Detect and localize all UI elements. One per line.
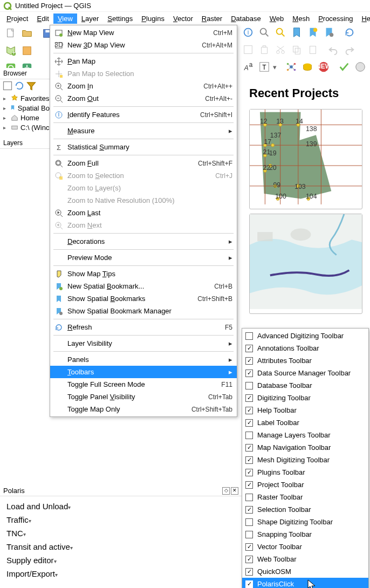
cut-icon[interactable] bbox=[273, 42, 288, 57]
toolbar-toggle[interactable]: Advanced Digitizing Toolbar bbox=[242, 330, 368, 342]
add-icon[interactable] bbox=[2, 80, 13, 91]
menu-item[interactable]: Show Spatial BookmarksCtrl+Shift+B bbox=[50, 292, 237, 305]
add-vector-icon[interactable]: + bbox=[3, 43, 18, 58]
polaris-link[interactable]: Import/Export▾ bbox=[6, 567, 235, 580]
toolbar-toggle[interactable]: ✓Attributes Toolbar bbox=[242, 354, 368, 367]
polaris-title: Polaris bbox=[3, 487, 25, 495]
menu-item[interactable]: Zoom FullCtrl+Shift+F bbox=[50, 157, 237, 169]
menu-edit[interactable]: Edit bbox=[32, 13, 53, 24]
menu-item[interactable]: Zoom Last bbox=[50, 207, 237, 219]
toolbar-toggle[interactable]: ✓Mesh Digitizing Toolbar bbox=[242, 454, 368, 466]
toolbar-toggle[interactable]: ✓PolarisClick bbox=[242, 578, 368, 588]
menu-view[interactable]: View bbox=[53, 13, 77, 24]
menu-item[interactable]: ΣStatistical Summary bbox=[50, 141, 237, 153]
add-raster-icon[interactable] bbox=[19, 43, 35, 58]
recent-project-thumb-1[interactable]: 121314138 13713917 21192220 99103100104 bbox=[249, 109, 362, 209]
panel-undock-icon[interactable]: ◇ bbox=[222, 487, 230, 495]
menu-item[interactable]: Preview Mode▸ bbox=[50, 251, 237, 264]
browser-item[interactable]: ▸C:\ (Winc bbox=[0, 122, 50, 132]
polaris-link[interactable]: Load and Unload▾ bbox=[6, 500, 235, 513]
paste-icon[interactable] bbox=[305, 42, 320, 57]
bookmark-star-icon[interactable] bbox=[305, 25, 320, 40]
menu-raster[interactable]: Raster bbox=[197, 13, 227, 24]
svg-rect-77 bbox=[257, 232, 272, 241]
browser-tree[interactable]: ▸Favorites▸Spatial Bo▸Home▸C:\ (Winc bbox=[0, 92, 50, 133]
menu-item[interactable]: RefreshF5 bbox=[50, 321, 237, 333]
bookmark-gear-icon[interactable] bbox=[321, 25, 337, 40]
open-project-icon[interactable] bbox=[19, 26, 35, 41]
menu-plugins[interactable]: Plugins bbox=[137, 13, 169, 24]
toolbar-toggle[interactable]: ✓Help Toolbar bbox=[242, 404, 368, 416]
menu-item[interactable]: Show Map Tips bbox=[50, 268, 237, 280]
toolbar-toggle[interactable]: Raster Toolbar bbox=[242, 491, 368, 503]
menu-item[interactable]: 3DNew 3D Map ViewCtrl+Alt+M bbox=[50, 39, 237, 51]
polaris-link[interactable]: Supply editor▾ bbox=[6, 553, 235, 567]
browser-item[interactable]: ▸Home bbox=[0, 113, 50, 122]
menu-item[interactable]: New Map ViewCtrl+M bbox=[50, 26, 237, 39]
filter-browser-icon[interactable] bbox=[26, 80, 37, 91]
menu-help[interactable]: Help bbox=[357, 13, 370, 24]
menu-item[interactable]: iIdentify FeaturesCtrl+Shift+I bbox=[50, 108, 237, 121]
menu-item[interactable]: Panels▸ bbox=[50, 353, 237, 366]
recent-project-thumb-2[interactable] bbox=[249, 214, 362, 314]
polaris-link[interactable]: TNC▾ bbox=[6, 527, 235, 540]
bookmarks-icon bbox=[53, 293, 64, 304]
polaris-link[interactable]: Transit and active▾ bbox=[6, 540, 235, 553]
delete-icon[interactable] bbox=[257, 42, 272, 57]
panel-close-icon[interactable]: ✕ bbox=[231, 487, 238, 495]
zoom-icon[interactable] bbox=[257, 25, 272, 40]
toolbar-toggle[interactable]: Database Toolbar bbox=[242, 379, 368, 392]
toolbar-toggle[interactable]: Manage Layers Toolbar bbox=[242, 429, 368, 441]
menu-item[interactable]: New Spatial Bookmark...Ctrl+B bbox=[50, 280, 237, 292]
toolbar-toggle[interactable]: ✓QuickOSM bbox=[242, 565, 368, 578]
zoom-sel-icon[interactable] bbox=[273, 25, 288, 40]
toolbar-toggle[interactable]: ✓Label Toolbar bbox=[242, 416, 368, 429]
menu-item[interactable]: Zoom InCtrl+Alt++ bbox=[50, 80, 237, 92]
menu-item[interactable]: Toggle Map OnlyCtrl+Shift+Tab bbox=[50, 403, 237, 415]
toolbar-toggle[interactable]: ✓Project Toolbar bbox=[242, 478, 368, 491]
menu-database[interactable]: Database bbox=[227, 13, 265, 24]
toolbar-toggle[interactable]: ✓Vector Toolbar bbox=[242, 541, 368, 553]
refresh-icon[interactable] bbox=[342, 25, 357, 40]
svg-text:14: 14 bbox=[296, 118, 303, 125]
menu-item[interactable]: Decorations▸ bbox=[50, 235, 237, 248]
menu-mesh[interactable]: Mesh bbox=[288, 13, 314, 24]
polaris-link[interactable]: Traffic▾ bbox=[6, 513, 235, 527]
menu-item[interactable]: Toolbars▸ bbox=[50, 366, 237, 378]
menu-item[interactable]: Show Spatial Bookmark Manager bbox=[50, 305, 237, 317]
menu-settings[interactable]: Settings bbox=[103, 13, 137, 24]
toolbar-toggle[interactable]: ✓Selection Toolbar bbox=[242, 503, 368, 516]
view-menu-dropdown[interactable]: New Map ViewCtrl+M3DNew 3D Map ViewCtrl+… bbox=[50, 25, 237, 417]
toolbar-toggle[interactable]: ✓Map Navigation Toolbar bbox=[242, 441, 368, 454]
menu-item[interactable]: Toggle Panel VisibilityCtrl+Tab bbox=[50, 391, 237, 403]
menu-item[interactable]: Layer Visibility▸ bbox=[50, 337, 237, 350]
menu-layer[interactable]: Layer bbox=[77, 13, 104, 24]
toolbar-toggle[interactable]: Snapping Toolbar bbox=[242, 528, 368, 541]
toolbar-right-1: i bbox=[241, 25, 357, 40]
toolbar-toggle[interactable]: ✓Web Toolbar bbox=[242, 553, 368, 565]
browser-item[interactable]: ▸Favorites bbox=[0, 93, 50, 103]
toolbar-toggle[interactable]: ✓Plugins Toolbar bbox=[242, 466, 368, 478]
browser-item[interactable]: ▸Spatial Bo bbox=[0, 103, 50, 113]
edit-icon[interactable] bbox=[241, 42, 256, 57]
menu-item[interactable]: Pan Map bbox=[50, 55, 237, 67]
redo-icon[interactable] bbox=[342, 42, 357, 57]
menu-vector[interactable]: Vector bbox=[169, 13, 197, 24]
menu-processing[interactable]: Processing bbox=[314, 13, 357, 24]
toolbar-toggle[interactable]: ✓Digitizing Toolbar bbox=[242, 392, 368, 404]
toolbar-toggle[interactable]: Shape Digitizing Toolbar bbox=[242, 516, 368, 528]
menu-web[interactable]: Web bbox=[265, 13, 289, 24]
menu-item[interactable]: Toggle Full Screen ModeF11 bbox=[50, 378, 237, 391]
toolbar-toggle[interactable]: ✓Annotations Toolbar bbox=[242, 342, 368, 354]
new-bookmark-icon[interactable] bbox=[289, 25, 304, 40]
new-project-icon[interactable] bbox=[3, 26, 18, 41]
refresh-browser-icon[interactable] bbox=[14, 80, 25, 91]
toolbars-submenu[interactable]: Advanced Digitizing Toolbar✓Annotations … bbox=[242, 328, 369, 588]
menu-item[interactable]: Measure▸ bbox=[50, 125, 237, 137]
undo-icon[interactable] bbox=[326, 42, 341, 57]
menu-item[interactable]: Zoom OutCtrl+Alt+- bbox=[50, 92, 237, 105]
menu-project[interactable]: Project bbox=[2, 13, 32, 24]
toolbar-toggle[interactable]: ✓Data Source Manager Toolbar bbox=[242, 367, 368, 379]
identify-icon[interactable]: i bbox=[241, 25, 256, 40]
copy-icon[interactable] bbox=[289, 42, 304, 57]
